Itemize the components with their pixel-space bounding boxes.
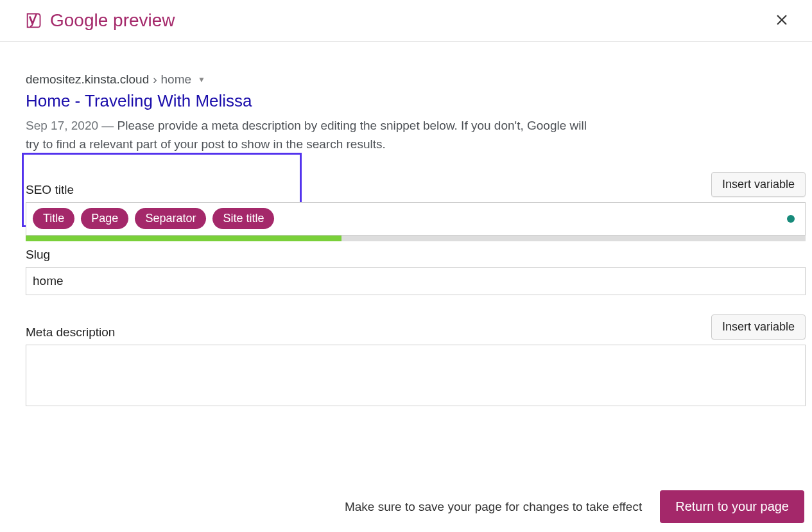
- close-icon: [776, 14, 788, 26]
- breadcrumb-path: home: [161, 73, 192, 87]
- meta-description-input[interactable]: [26, 345, 806, 406]
- seo-title-input[interactable]: Title Page Separator Site title: [26, 202, 806, 236]
- google-preview-date: Sep 17, 2020: [26, 119, 98, 132]
- yoast-icon: [24, 11, 42, 30]
- seo-title-progress-bar: [26, 236, 341, 241]
- caret-down-icon: ▼: [198, 75, 205, 84]
- variable-pill-separator[interactable]: Separator: [135, 208, 206, 229]
- insert-variable-button[interactable]: Insert variable: [711, 172, 806, 197]
- variable-pill-page[interactable]: Page: [81, 208, 128, 229]
- seo-status-indicator: [787, 215, 795, 223]
- breadcrumb[interactable]: demositez.kinsta.cloud › home ▼: [26, 73, 806, 87]
- seo-title-label: SEO title: [26, 183, 74, 197]
- content: demositez.kinsta.cloud › home ▼ Home - T…: [0, 42, 812, 409]
- slug-label: Slug: [26, 248, 806, 262]
- close-button[interactable]: [771, 9, 793, 32]
- google-preview-title[interactable]: Home - Traveling With Melissa: [26, 90, 806, 112]
- slug-input[interactable]: [26, 267, 806, 295]
- panel-header: Google preview: [0, 0, 812, 42]
- seo-title-progress: [26, 236, 806, 241]
- meta-description-field: Meta description Insert variable: [26, 314, 806, 409]
- variable-pill-site-title[interactable]: Site title: [212, 208, 274, 229]
- google-preview-description[interactable]: Sep 17, 2020 — Please provide a meta des…: [26, 116, 591, 154]
- seo-title-field: SEO title Insert variable Title Page Sep…: [26, 172, 806, 241]
- meta-description-label: Meta description: [26, 325, 115, 339]
- logo: Google preview: [24, 10, 175, 31]
- google-preview-date-sep: —: [98, 119, 117, 132]
- breadcrumb-separator: ›: [153, 73, 157, 87]
- panel-title: Google preview: [50, 10, 175, 31]
- variable-pill-title[interactable]: Title: [33, 208, 74, 229]
- breadcrumb-domain: demositez.kinsta.cloud: [26, 73, 149, 87]
- insert-variable-button-meta[interactable]: Insert variable: [711, 314, 806, 339]
